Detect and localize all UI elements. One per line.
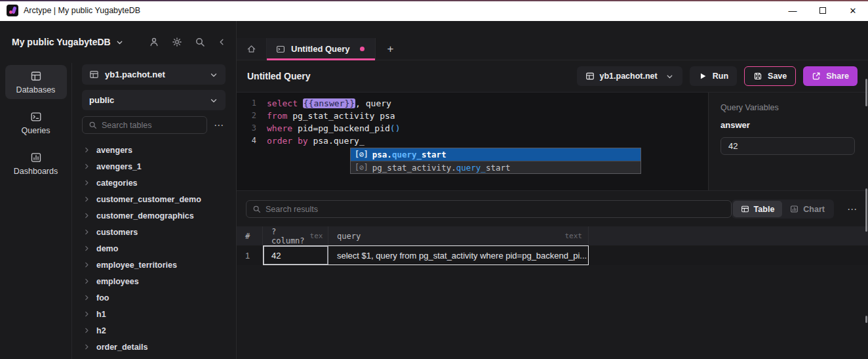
view-label: Table	[754, 205, 775, 214]
sidebar-item-label: Queries	[22, 126, 50, 135]
run-button[interactable]: Run	[690, 66, 737, 86]
workspace-selector[interactable]: My public YugabyteDB	[12, 37, 124, 47]
results-more-icon[interactable]: ⋯	[840, 203, 859, 215]
table-list-item[interactable]: h1	[82, 306, 226, 322]
save-button[interactable]: Save	[744, 66, 796, 86]
share-icon	[812, 72, 821, 81]
table-name: h1	[96, 310, 106, 319]
table-name: customers	[96, 228, 138, 237]
sql-editor[interactable]: 1select {{answer}}, query2from pg_stat_a…	[237, 93, 708, 190]
chart-icon	[790, 205, 799, 213]
table-list-item[interactable]: avengers_1	[82, 158, 226, 175]
column-header[interactable]: querytext	[328, 226, 589, 245]
schema-dropdown[interactable]: public	[82, 90, 226, 110]
maximize-button[interactable]	[808, 0, 838, 21]
column-icon: [⊘]	[355, 161, 368, 174]
row-index-cell[interactable]: 1	[237, 245, 263, 265]
code-segment: order by	[267, 136, 313, 146]
sidebar-item-databases[interactable]: Databases	[5, 65, 67, 99]
code-line[interactable]: 3where pid=pg_backend_pid()	[237, 122, 708, 135]
table-list-item[interactable]: customers	[82, 224, 226, 240]
table-list-item[interactable]: demo	[82, 240, 226, 257]
table-list-item[interactable]: customer_customer_demo	[82, 191, 226, 207]
chevron-down-icon	[665, 72, 674, 81]
code-segment: pid=pg_backend_pid	[298, 123, 390, 133]
table-name: demo	[96, 244, 118, 253]
tab-untitled-query[interactable]: Untitled Query	[267, 38, 376, 60]
table-list-item[interactable]: avengers	[82, 142, 226, 158]
search-tables-input[interactable]	[102, 121, 201, 130]
new-tab-button[interactable]: +	[376, 38, 406, 60]
result-cell[interactable]: 42	[263, 245, 328, 265]
search-results-box	[246, 200, 732, 218]
account-icon[interactable]	[149, 37, 159, 47]
chevron-right-icon	[83, 261, 90, 268]
search-icon[interactable]	[195, 37, 205, 47]
table-list-item[interactable]: categories	[82, 175, 226, 191]
workspace-name: My public YugabyteDB	[12, 37, 111, 47]
chevron-right-icon	[83, 310, 90, 318]
table-icon	[741, 205, 749, 213]
query-variables-panel: Query Variables answer	[708, 93, 868, 190]
minimize-button[interactable]: —	[778, 0, 808, 21]
tab-label: Untitled Query	[291, 44, 350, 54]
settings-gear-icon[interactable]	[172, 37, 182, 47]
result-cell[interactable]: select $1, query from pg_stat_activity w…	[328, 245, 589, 265]
autocomplete-suffix: start	[422, 148, 446, 161]
variable-value-input[interactable]	[720, 137, 855, 155]
table-list-item[interactable]: customer_demographics	[82, 207, 226, 224]
autocomplete-popup: [⊘]psa.query_start[⊘]pg_stat_activity.qu…	[350, 148, 641, 174]
view-toggle: TableChart	[732, 200, 834, 219]
collapse-sidebar-icon[interactable]	[218, 37, 226, 47]
table-list-item[interactable]: orders	[82, 355, 226, 359]
share-button[interactable]: Share	[803, 66, 858, 86]
tab-home[interactable]	[237, 38, 267, 60]
sidebar-item-dashboards[interactable]: Dashboards	[5, 146, 67, 180]
table-list-item[interactable]: order_details	[82, 339, 226, 355]
code-line[interactable]: 1select {{answer}}, query	[237, 97, 708, 110]
view-chart-button[interactable]: Chart	[782, 201, 833, 217]
save-icon	[753, 72, 762, 81]
scrollbar-thumb[interactable]	[865, 79, 867, 106]
view-label: Chart	[803, 205, 825, 214]
schema-name: public	[89, 95, 114, 105]
dashboards-icon	[30, 152, 42, 163]
databases-icon	[30, 70, 42, 82]
accent-strip	[0, 0, 868, 1]
active-tab-underline	[267, 58, 375, 60]
code-segment: select	[267, 98, 303, 108]
view-table-button[interactable]: Table	[733, 201, 783, 217]
connection-name: yb1.pachot.net	[105, 70, 165, 79]
chevron-down-icon	[209, 96, 218, 105]
column-header[interactable]: #	[237, 226, 263, 245]
sidebar-item-queries[interactable]: Queries	[5, 106, 67, 140]
autocomplete-match: query_	[392, 148, 422, 161]
table-list-item[interactable]: employees	[82, 273, 226, 289]
chevron-right-icon	[83, 163, 90, 170]
search-results-input[interactable]	[266, 205, 725, 214]
connection-dropdown[interactable]: yb1.pachot.net	[82, 64, 226, 85]
code-line[interactable]: 4order by psa.query_	[237, 135, 708, 147]
close-button[interactable]: ✕	[838, 0, 868, 21]
variables-title: Query Variables	[720, 103, 855, 112]
code-segment: psa.query_	[313, 136, 364, 146]
tables-more-icon[interactable]: ⋯	[207, 119, 226, 131]
query-connection-dropdown[interactable]: yb1.pachot.net	[577, 66, 682, 86]
column-header[interactable]: ?column?tex	[263, 226, 328, 245]
code-line[interactable]: 2from pg_stat_activity psa	[237, 110, 708, 122]
sidebar-item-label: Dashboards	[14, 167, 58, 176]
code-segment: where	[267, 123, 298, 133]
table-list-item[interactable]: foo	[82, 289, 226, 306]
query-connection-name: yb1.pachot.net	[600, 72, 658, 81]
autocomplete-option[interactable]: [⊘]psa.query_start	[351, 148, 641, 161]
scrollbar-thumb[interactable]	[865, 316, 867, 323]
column-type: text	[560, 232, 583, 240]
table-list-item[interactable]: h2	[82, 322, 226, 339]
table-list-item[interactable]: employee_territories	[82, 257, 226, 273]
autocomplete-option[interactable]: [⊘]pg_stat_activity.query_start	[351, 161, 641, 173]
app-window: Arctype | My public YugabyteDB — ✕ My pu…	[0, 0, 868, 359]
queries-icon	[30, 111, 42, 123]
scrollbar-thumb[interactable]	[865, 188, 867, 232]
chevron-right-icon	[83, 327, 90, 334]
chevron-right-icon	[83, 179, 90, 186]
